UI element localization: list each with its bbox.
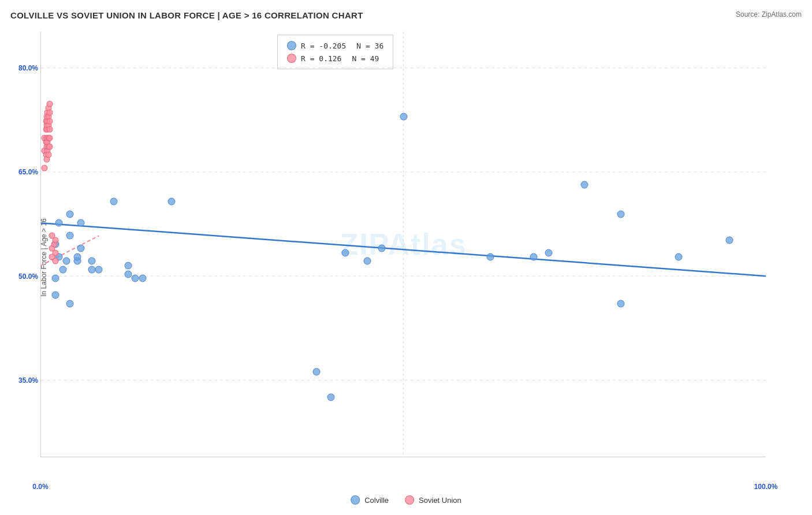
chart-area: ZIPAtlas <box>40 32 766 457</box>
data-point <box>581 181 588 188</box>
data-point <box>42 165 48 171</box>
y-axis-ticks: 35.0%50.0%65.0%80.0% <box>0 32 40 457</box>
soviet-label: Soviet Union <box>419 496 461 505</box>
data-point <box>378 245 385 252</box>
data-point <box>77 219 85 227</box>
colville-dot <box>351 495 360 505</box>
data-point <box>62 258 70 265</box>
chart-svg <box>41 32 766 457</box>
data-point <box>66 211 74 218</box>
data-point <box>124 262 132 269</box>
data-point <box>530 253 538 261</box>
data-point <box>53 249 59 256</box>
data-point <box>47 135 53 141</box>
data-point <box>77 245 85 252</box>
x-tick-label: 100.0% <box>754 483 778 491</box>
data-point <box>55 219 63 227</box>
data-point <box>53 237 59 243</box>
data-point <box>88 258 95 265</box>
data-point <box>47 118 53 124</box>
data-point <box>73 253 81 261</box>
chart-title: COLVILLE VS SOVIET UNION IN LABOR FORCE … <box>10 10 363 20</box>
data-point <box>545 249 552 256</box>
data-point <box>45 152 51 158</box>
soviet-dot <box>405 495 414 505</box>
data-point <box>47 109 53 115</box>
data-point <box>47 126 53 133</box>
data-point <box>132 274 139 282</box>
data-point <box>52 292 59 299</box>
y-tick-label: 35.0% <box>18 376 38 385</box>
data-point <box>52 274 59 282</box>
data-point <box>47 143 53 150</box>
data-point <box>487 253 494 261</box>
data-point <box>726 236 733 244</box>
legend-soviet: Soviet Union <box>405 495 461 505</box>
legend-colville: Colville <box>351 495 389 505</box>
data-point <box>617 300 625 308</box>
data-point <box>47 101 53 107</box>
data-point <box>312 368 320 375</box>
colville-label: Colville <box>364 496 389 505</box>
data-point <box>59 266 66 274</box>
y-tick-label: 65.0% <box>18 168 38 176</box>
y-tick-label: 80.0% <box>18 64 38 72</box>
data-point <box>342 249 349 256</box>
data-point <box>124 270 132 278</box>
source-label: Source: ZipAtlas.com <box>736 10 802 18</box>
y-tick-label: 50.0% <box>18 273 38 281</box>
data-point <box>110 198 117 206</box>
data-point <box>400 113 407 121</box>
data-point <box>675 253 683 261</box>
data-point <box>363 258 371 265</box>
data-point <box>66 232 74 240</box>
data-point <box>139 274 146 282</box>
data-point <box>167 198 175 206</box>
data-point <box>88 266 95 274</box>
chart-container: COLVILLE VS SOVIET UNION IN LABOR FORCE … <box>0 0 812 515</box>
data-point <box>617 211 625 218</box>
data-point <box>66 300 74 308</box>
data-point <box>327 393 335 401</box>
bottom-legend: Colville Soviet Union <box>351 495 461 505</box>
data-point <box>53 258 59 264</box>
x-tick-label: 0.0% <box>32 483 48 491</box>
data-point <box>95 266 103 274</box>
